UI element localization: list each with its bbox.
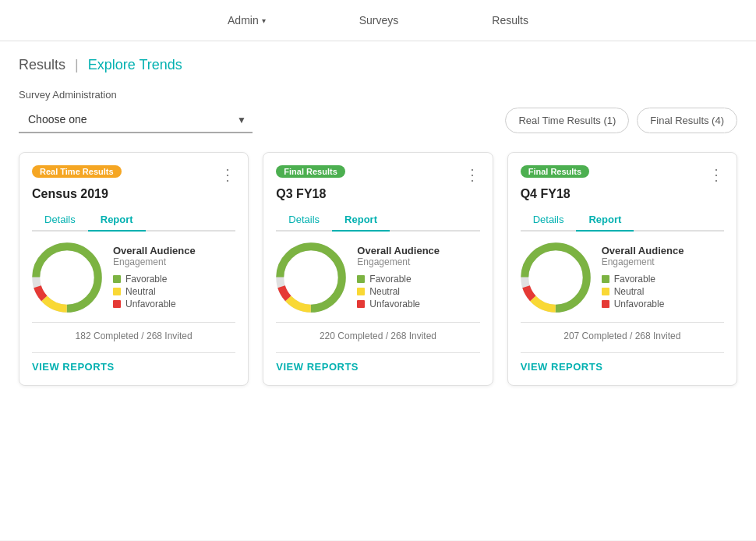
realtime-results-button[interactable]: Real Time Results (1) [505, 108, 629, 133]
cards-row: Real Time Results ⋮ Census 2019 Details … [19, 152, 737, 386]
survey-admin-select[interactable]: Choose one [19, 107, 253, 133]
chart-area-1: Overall Audience Engagement Favorable Ne… [276, 242, 479, 313]
dot-unfavorable-0 [113, 300, 121, 308]
card-tabs-0: Details Report [32, 209, 235, 232]
chart-subtitle-2: Engagement [602, 256, 724, 267]
legend-label-unfavorable-2: Unfavorable [614, 299, 665, 309]
chart-title-1: Overall Audience [357, 245, 479, 256]
chart-title-2: Overall Audience [602, 245, 724, 256]
result-buttons: Real Time Results (1) Final Results (4) [505, 108, 737, 133]
view-reports-2[interactable]: VIEW REPORTS [521, 361, 724, 373]
badge-realtime-0: Real Time Results [32, 165, 122, 178]
card-divider-0 [32, 322, 235, 323]
card-census-2019: Real Time Results ⋮ Census 2019 Details … [19, 152, 249, 386]
nav-admin-chevron: ▾ [262, 16, 266, 25]
dot-favorable-2 [602, 275, 609, 283]
legend-neutral-1: Neutral [357, 286, 479, 297]
card-tab-details-2[interactable]: Details [521, 209, 577, 232]
card-title-1: Q3 FY18 [276, 187, 479, 201]
card-header-1: Final Results ⋮ [276, 165, 479, 184]
nav-surveys[interactable]: Surveys [359, 14, 399, 27]
card-header-0: Real Time Results ⋮ [32, 165, 235, 184]
card-q4-fy18: Final Results ⋮ Q4 FY18 Details Report [507, 152, 737, 386]
legend-unfavorable-0: Unfavorable [113, 299, 235, 309]
dot-favorable-1 [357, 275, 365, 283]
card-tabs-1: Details Report [276, 209, 479, 232]
legend-label-unfavorable-0: Unfavorable [125, 299, 176, 309]
donut-chart-2 [521, 242, 591, 313]
card-divider-2b [521, 352, 724, 353]
badge-final-2: Final Results [521, 165, 589, 178]
survey-admin-label: Survey Administration [19, 89, 737, 101]
card-title-0: Census 2019 [32, 187, 235, 201]
card-tab-report-1[interactable]: Report [332, 209, 390, 232]
chart-subtitle-0: Engagement [113, 256, 235, 267]
view-reports-0[interactable]: VIEW REPORTS [32, 361, 235, 373]
legend-label-favorable-2: Favorable [614, 274, 655, 285]
legend-unfavorable-2: Unfavorable [602, 299, 724, 309]
chart-area-0: Overall Audience Engagement Favorable Ne… [32, 242, 235, 313]
filter-row: Choose one ▼ Real Time Results (1) Final… [19, 107, 737, 133]
card-header-2: Final Results ⋮ [521, 165, 724, 184]
card-divider-2 [521, 322, 724, 323]
card-q3-fy18: Final Results ⋮ Q3 FY18 Details Report [263, 152, 493, 386]
completed-text-2: 207 Completed / 268 Invited [521, 331, 724, 341]
chart-info-0: Overall Audience Engagement Favorable Ne… [113, 245, 235, 311]
completed-text-1: 220 Completed / 268 Invited [276, 331, 479, 341]
final-results-button[interactable]: Final Results (4) [637, 108, 737, 133]
legend-label-unfavorable-1: Unfavorable [369, 299, 420, 309]
breadcrumb: Results | Explore Trends [19, 57, 737, 73]
view-reports-1[interactable]: VIEW REPORTS [276, 361, 479, 373]
dot-neutral-2 [602, 288, 609, 295]
legend-favorable-2: Favorable [602, 274, 724, 285]
card-tab-report-0[interactable]: Report [88, 209, 146, 232]
card-menu-2[interactable]: ⋮ [708, 165, 724, 184]
legend-label-neutral-1: Neutral [369, 286, 400, 297]
legend-favorable-0: Favorable [113, 274, 235, 285]
card-divider-1 [276, 322, 479, 323]
legend-label-neutral-2: Neutral [614, 286, 645, 297]
legend-favorable-1: Favorable [357, 274, 479, 285]
chart-title-0: Overall Audience [113, 245, 235, 256]
nav-results-label: Results [492, 14, 528, 27]
card-tab-details-0[interactable]: Details [32, 209, 88, 232]
legend-unfavorable-1: Unfavorable [357, 299, 479, 309]
card-title-2: Q4 FY18 [521, 187, 724, 201]
dot-neutral-1 [357, 288, 365, 295]
card-menu-1[interactable]: ⋮ [465, 165, 480, 184]
dot-neutral-0 [113, 288, 121, 295]
legend-label-neutral-0: Neutral [125, 286, 156, 297]
legend-label-favorable-1: Favorable [369, 274, 411, 285]
nav-results[interactable]: Results [492, 14, 528, 27]
card-divider-1b [276, 352, 479, 353]
nav-bar: Admin ▾ Surveys Results [0, 0, 756, 41]
dot-unfavorable-1 [357, 300, 365, 308]
card-divider-0b [32, 352, 235, 353]
chart-info-2: Overall Audience Engagement Favorable Ne… [602, 245, 724, 311]
dot-unfavorable-2 [602, 300, 609, 308]
nav-surveys-label: Surveys [359, 14, 399, 27]
chart-subtitle-1: Engagement [357, 256, 479, 267]
legend-label-favorable-0: Favorable [125, 274, 167, 285]
donut-chart-0 [32, 242, 102, 313]
page-content: Results | Explore Trends Survey Administ… [0, 41, 756, 540]
card-tabs-2: Details Report [521, 209, 724, 232]
card-menu-0[interactable]: ⋮ [220, 165, 235, 184]
legend-neutral-0: Neutral [113, 286, 235, 297]
badge-final-1: Final Results [276, 165, 344, 178]
card-tab-details-1[interactable]: Details [276, 209, 332, 232]
legend-neutral-2: Neutral [602, 286, 724, 297]
breadcrumb-separator: | [75, 57, 79, 73]
survey-admin-select-wrapper: Choose one ▼ [19, 107, 253, 133]
breadcrumb-current[interactable]: Explore Trends [88, 57, 182, 73]
card-tab-report-2[interactable]: Report [576, 209, 634, 232]
nav-admin-label: Admin [228, 14, 259, 27]
dot-favorable-0 [113, 275, 121, 283]
nav-admin[interactable]: Admin ▾ [228, 14, 266, 27]
breadcrumb-results[interactable]: Results [19, 57, 65, 73]
completed-text-0: 182 Completed / 268 Invited [32, 331, 235, 341]
chart-area-2: Overall Audience Engagement Favorable Ne… [521, 242, 724, 313]
chart-info-1: Overall Audience Engagement Favorable Ne… [357, 245, 479, 311]
donut-chart-1 [276, 242, 346, 313]
